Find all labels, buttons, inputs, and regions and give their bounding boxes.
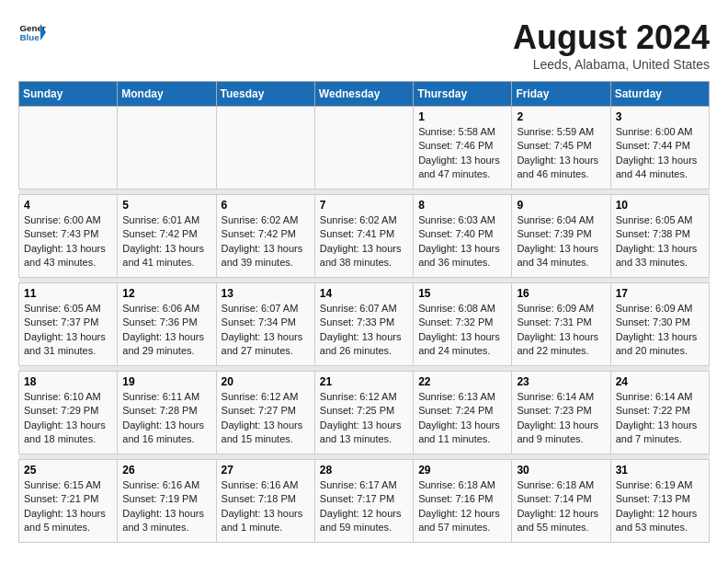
day-info: Sunrise: 6:07 AMSunset: 7:33 PMDaylight:… [320,302,408,359]
calendar-week-row: 11Sunrise: 6:05 AMSunset: 7:37 PMDayligh… [19,283,710,366]
day-number: 29 [418,464,506,477]
calendar-table: SundayMondayTuesdayWednesdayThursdayFrid… [18,81,710,543]
calendar-day: 1Sunrise: 5:58 AMSunset: 7:46 PMDaylight… [414,107,512,190]
calendar-day: 25Sunrise: 6:15 AMSunset: 7:21 PMDayligh… [19,460,118,543]
calendar-day: 4Sunrise: 6:00 AMSunset: 7:43 PMDaylight… [19,195,118,278]
day-info: Sunrise: 6:06 AMSunset: 7:36 PMDaylight:… [122,302,210,359]
page-title: August 2024 [513,18,710,57]
day-number: 13 [222,287,310,300]
day-info: Sunrise: 6:18 AMSunset: 7:16 PMDaylight:… [418,478,506,535]
day-number: 7 [320,199,408,212]
day-number: 2 [517,110,605,123]
calendar-day: 29Sunrise: 6:18 AMSunset: 7:16 PMDayligh… [414,460,512,543]
day-number: 28 [320,464,408,477]
day-number: 14 [320,287,408,300]
day-number: 5 [122,199,210,212]
logo-icon: General Blue [18,18,46,46]
day-info: Sunrise: 6:08 AMSunset: 7:32 PMDaylight:… [418,302,506,359]
calendar-week-row: 18Sunrise: 6:10 AMSunset: 7:29 PMDayligh… [19,372,710,454]
calendar-day: 21Sunrise: 6:12 AMSunset: 7:25 PMDayligh… [314,372,413,454]
day-info: Sunrise: 6:05 AMSunset: 7:38 PMDaylight:… [616,213,704,270]
day-info: Sunrise: 6:14 AMSunset: 7:23 PMDaylight:… [517,390,605,447]
calendar-day: 12Sunrise: 6:06 AMSunset: 7:36 PMDayligh… [118,283,216,366]
day-number: 20 [222,375,310,388]
day-info: Sunrise: 6:16 AMSunset: 7:19 PMDaylight:… [122,478,210,535]
day-number: 8 [418,199,506,212]
day-info: Sunrise: 6:10 AMSunset: 7:29 PMDaylight:… [24,390,112,447]
calendar-header-row: SundayMondayTuesdayWednesdayThursdayFrid… [19,82,710,107]
day-number: 12 [122,287,210,300]
day-info: Sunrise: 6:09 AMSunset: 7:30 PMDaylight:… [616,302,704,359]
day-info: Sunrise: 6:16 AMSunset: 7:18 PMDaylight:… [222,478,310,535]
calendar-day: 26Sunrise: 6:16 AMSunset: 7:19 PMDayligh… [118,460,216,543]
day-info: Sunrise: 6:19 AMSunset: 7:13 PMDaylight:… [616,478,704,535]
logo: General Blue [18,18,46,46]
svg-text:Blue: Blue [20,32,40,42]
day-info: Sunrise: 6:14 AMSunset: 7:22 PMDaylight:… [616,390,704,447]
day-info: Sunrise: 6:18 AMSunset: 7:14 PMDaylight:… [517,478,605,535]
day-number: 22 [418,375,506,388]
day-number: 9 [517,199,605,212]
day-number: 11 [24,287,112,300]
day-info: Sunrise: 6:00 AMSunset: 7:43 PMDaylight:… [24,213,112,270]
calendar-day: 18Sunrise: 6:10 AMSunset: 7:29 PMDayligh… [19,372,118,454]
calendar-day: 31Sunrise: 6:19 AMSunset: 7:13 PMDayligh… [610,460,709,543]
day-info: Sunrise: 5:59 AMSunset: 7:45 PMDaylight:… [517,125,605,182]
calendar-day: 28Sunrise: 6:17 AMSunset: 7:17 PMDayligh… [314,460,413,543]
day-info: Sunrise: 6:17 AMSunset: 7:17 PMDaylight:… [320,478,408,535]
calendar-day: 22Sunrise: 6:13 AMSunset: 7:24 PMDayligh… [414,372,512,454]
calendar-day: 10Sunrise: 6:05 AMSunset: 7:38 PMDayligh… [610,195,709,278]
calendar-day: 14Sunrise: 6:07 AMSunset: 7:33 PMDayligh… [314,283,413,366]
col-header-friday: Friday [512,82,610,107]
calendar-day: 27Sunrise: 6:16 AMSunset: 7:18 PMDayligh… [216,460,314,543]
calendar-day: 15Sunrise: 6:08 AMSunset: 7:32 PMDayligh… [414,283,512,366]
day-number: 23 [517,375,605,388]
calendar-day: 7Sunrise: 6:02 AMSunset: 7:41 PMDaylight… [314,195,413,278]
calendar-day: 11Sunrise: 6:05 AMSunset: 7:37 PMDayligh… [19,283,118,366]
calendar-day: 6Sunrise: 6:02 AMSunset: 7:42 PMDaylight… [216,195,314,278]
day-info: Sunrise: 6:11 AMSunset: 7:28 PMDaylight:… [122,390,210,447]
calendar-day: 16Sunrise: 6:09 AMSunset: 7:31 PMDayligh… [512,283,610,366]
day-info: Sunrise: 6:03 AMSunset: 7:40 PMDaylight:… [418,213,506,270]
day-number: 4 [24,199,112,212]
day-number: 16 [517,287,605,300]
calendar-day: 17Sunrise: 6:09 AMSunset: 7:30 PMDayligh… [610,283,709,366]
calendar-day: 8Sunrise: 6:03 AMSunset: 7:40 PMDaylight… [414,195,512,278]
col-header-monday: Monday [118,82,216,107]
calendar-week-row: 25Sunrise: 6:15 AMSunset: 7:21 PMDayligh… [19,460,710,543]
day-info: Sunrise: 5:58 AMSunset: 7:46 PMDaylight:… [418,125,506,182]
day-info: Sunrise: 6:15 AMSunset: 7:21 PMDaylight:… [24,478,112,535]
calendar-day: 24Sunrise: 6:14 AMSunset: 7:22 PMDayligh… [610,372,709,454]
day-number: 25 [24,464,112,477]
calendar-day: 9Sunrise: 6:04 AMSunset: 7:39 PMDaylight… [512,195,610,278]
day-number: 24 [616,375,704,388]
title-block: August 2024 Leeds, Alabama, United State… [513,18,710,72]
day-number: 15 [418,287,506,300]
day-number: 31 [616,464,704,477]
calendar-day: 3Sunrise: 6:00 AMSunset: 7:44 PMDaylight… [610,107,709,190]
calendar-day: 2Sunrise: 5:59 AMSunset: 7:45 PMDaylight… [512,107,610,190]
day-number: 26 [122,464,210,477]
day-info: Sunrise: 6:04 AMSunset: 7:39 PMDaylight:… [517,213,605,270]
day-info: Sunrise: 6:12 AMSunset: 7:25 PMDaylight:… [320,390,408,447]
day-info: Sunrise: 6:07 AMSunset: 7:34 PMDaylight:… [222,302,310,359]
col-header-sunday: Sunday [19,82,118,107]
calendar-day [19,107,118,190]
day-number: 19 [122,375,210,388]
calendar-day: 19Sunrise: 6:11 AMSunset: 7:28 PMDayligh… [118,372,216,454]
day-info: Sunrise: 6:02 AMSunset: 7:42 PMDaylight:… [222,213,310,270]
day-number: 3 [616,110,704,123]
calendar-day: 23Sunrise: 6:14 AMSunset: 7:23 PMDayligh… [512,372,610,454]
day-number: 17 [616,287,704,300]
day-number: 18 [24,375,112,388]
calendar-day: 13Sunrise: 6:07 AMSunset: 7:34 PMDayligh… [216,283,314,366]
day-number: 30 [517,464,605,477]
page-subtitle: Leeds, Alabama, United States [513,57,710,72]
calendar-day: 30Sunrise: 6:18 AMSunset: 7:14 PMDayligh… [512,460,610,543]
calendar-day [216,107,314,190]
day-info: Sunrise: 6:01 AMSunset: 7:42 PMDaylight:… [122,213,210,270]
page-header: General Blue August 2024 Leeds, Alabama,… [18,18,710,72]
calendar-week-row: 1Sunrise: 5:58 AMSunset: 7:46 PMDaylight… [19,107,710,190]
day-number: 10 [616,199,704,212]
day-number: 1 [418,110,506,123]
